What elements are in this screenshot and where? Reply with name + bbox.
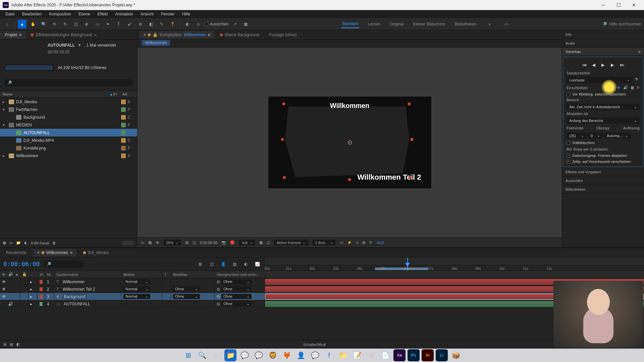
hand-tool[interactable]: ✋ [29,20,37,28]
pickwhip-icon[interactable]: ⊙ [217,280,220,284]
panel-menu-icon[interactable]: ≡ [19,33,21,37]
menu-hilfe[interactable]: Hilfe [179,11,194,17]
brush-tool[interactable]: 🖌 [125,20,134,28]
tab-renderlist[interactable]: Renderliste [2,249,31,256]
visibility-toggle[interactable]: 👁 [2,280,6,284]
framerate-dropdown[interactable]: (25)⌄ [567,132,587,139]
col-t[interactable]: T [162,271,171,278]
resolution-dropdown[interactable]: Voll⌄ [239,240,255,245]
tree-item-medien[interactable]: ▾ MEDIEN F [0,121,137,129]
zoom-tool[interactable]: 🔍 [39,20,48,28]
new-adjust-icon[interactable]: ◐ [24,241,28,245]
layer-name[interactable]: Background [63,294,87,299]
lock-icon[interactable]: 🔒 [153,33,158,37]
anchor-tool[interactable]: ⊕ [82,20,91,28]
taskbar-start-icon[interactable]: ⊞ [182,349,194,361]
col-name[interactable]: Name [3,92,109,96]
taskbar-explorer-icon[interactable]: 📁 [224,349,236,361]
pen-tool[interactable]: ✒ [104,20,112,28]
include-video-icon[interactable]: 👁 [617,86,621,90]
workspace-reset-icon[interactable]: ▭ [502,20,511,28]
panel-effects[interactable]: Effekte und Vorgaben [562,168,644,176]
solo-col-icon[interactable]: ● [16,273,18,277]
play-from-dropdown[interactable]: Anfang des Bereichs⌄ [567,117,640,124]
layer-row-3[interactable]: 👁 ▸ 3 ■ Background Normal⌄ Ohne⌄ ⊙Ohne⌄ [0,293,644,300]
loop-icon[interactable]: ↻ [637,85,640,90]
panel-align[interactable]: Ausrichten [562,176,644,185]
hide-shy-icon[interactable]: 👤 [219,260,227,268]
viewer-canvas-area[interactable]: Willkommen Willkommen Teil 2 [138,48,562,237]
orbit-tool[interactable]: ⟲ [50,20,59,28]
skip-dropdown[interactable]: 0⌄ [588,132,603,139]
reset-exposure-icon[interactable]: ↻ [369,240,372,245]
camera-tool[interactable]: ◫ [71,20,80,28]
rotate-tool[interactable]: ↻ [61,20,69,28]
taskbar-notepad-icon[interactable]: 📄 [379,349,391,361]
draft-3d-icon[interactable]: ◫ [207,260,216,268]
time-display[interactable]: 0:00:06:00 [200,241,217,245]
roto-tool[interactable]: ✎ [157,20,166,28]
taskbar-taskview-icon[interactable]: ▭ [210,349,222,361]
mode-dropdown[interactable]: Normal⌄ [123,287,150,292]
align-checkbox[interactable] [205,22,208,26]
include-overlays-icon[interactable]: ▦ [631,85,634,90]
panel-menu-icon[interactable]: ≡ [70,250,72,255]
next-frame-button[interactable]: ▶ [609,62,615,68]
col-trkmat[interactable]: BewMas [171,271,215,278]
close-icon[interactable]: × [144,33,146,37]
new-folder-icon[interactable]: 📁 [16,241,21,245]
always-preview-icon[interactable]: ▭ [141,240,144,245]
panel-audio[interactable]: Audio [562,39,644,48]
panel-menu-icon[interactable]: ≡ [639,50,641,54]
mask-visibility-icon[interactable]: 👁 [156,241,159,245]
panel-preview[interactable]: Vorschau ≡ [562,48,644,56]
snapshot-icon[interactable]: 📷 [221,240,226,245]
views-dropdown[interactable]: 1 Ansi...⌄ [312,240,336,245]
mode-dropdown[interactable]: Normal⌄ [123,294,150,299]
layer-row-1[interactable]: 👁 ▸ 1 T Willkommen Normal⌄ ⊙Ohne⌄ [0,278,644,286]
new-comp-icon[interactable]: ▭ [9,241,13,245]
layer-color-icon[interactable] [40,295,43,299]
pickwhip-icon[interactable]: ⊙ [217,294,220,299]
layer-color-icon[interactable] [40,287,43,291]
tree-item-farbflaechen[interactable]: ▾ Farbflächen F [0,106,137,113]
roi-icon[interactable]: ◫ [193,240,196,245]
current-time[interactable]: 0:00:06:00 [3,260,40,267]
workspace-kleiner[interactable]: Kleiner Bildschirm [412,20,446,28]
workspace-more-icon[interactable]: » [485,20,494,28]
tree-item-willkommen[interactable]: ▸ Willkommen K [0,152,137,160]
taskbar-whatsapp-icon[interactable]: 💬 [253,349,265,361]
expand-icon[interactable]: ▸ [30,287,32,292]
col-mode[interactable]: Modus [121,271,162,278]
fullscreen-checkbox[interactable] [567,141,570,145]
cached-frames-checkbox[interactable] [567,154,570,158]
delete-icon[interactable]: 🗑 [52,241,56,245]
search-help-input[interactable]: Hilfe durchsuchen [609,22,641,26]
mask-handle[interactable] [282,103,285,105]
visibility-toggle[interactable]: 👁 [2,294,6,299]
pickwhip-icon[interactable]: ⊙ [217,302,220,306]
maximize-button[interactable]: ☐ [611,0,626,10]
tab-willkommen[interactable]: × Willkommen ≡ [33,249,76,256]
menu-ebene[interactable]: Ebene [75,11,94,17]
home-tool[interactable]: ⌂ [3,20,11,28]
taskbar-search-icon[interactable]: 🔍 [196,349,208,361]
exposure-value[interactable]: +0,0 [376,241,384,245]
expand-icon[interactable]: ▸ [30,294,32,299]
zoom-dropdown[interactable]: 25%⌄ [163,240,181,245]
layer-color-icon[interactable] [40,302,43,306]
layer-row-2[interactable]: 👁 ▸ 2 T Willkommen Teil 2 Normal⌄ Ohne⌄ … [0,286,644,293]
tree-item-kursbild[interactable]: Kursbild.png F [0,144,137,152]
col-nr[interactable]: Nr. [45,271,54,278]
taskbar-app2-icon[interactable]: 📦 [450,349,462,361]
visibility-toggle[interactable]: 👁 [2,287,6,292]
menu-komposition[interactable]: Komposition [46,11,74,17]
taskbar-facebook-icon[interactable]: f [323,349,335,361]
puppet-tool[interactable]: 📍 [168,20,177,28]
clone-tool[interactable]: ⧉ [136,20,145,28]
tree-item-background[interactable]: Background C [0,113,137,121]
resolution-icon[interactable]: ▤ [185,240,189,245]
timeline-icon[interactable]: ≡ [356,241,358,245]
reset-icon[interactable]: ↻ [634,76,640,84]
close-icon[interactable]: × [37,250,40,255]
